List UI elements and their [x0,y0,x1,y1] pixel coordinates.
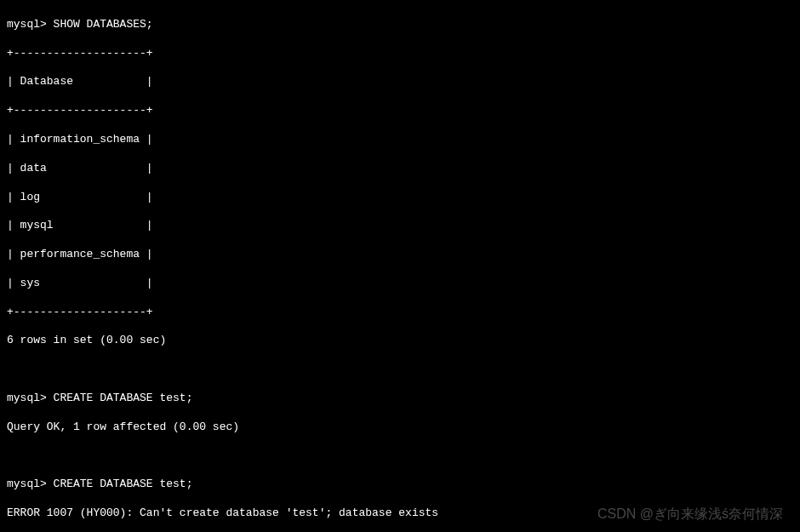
error-text: ERROR 1007 (HY000): Can't create databas… [7,506,793,521]
command-line: mysql> CREATE DATABASE test; [7,392,793,406]
prompt: mysql> [7,18,54,31]
response-text: Query OK, 1 row affected (0.00 sec) [7,420,793,435]
table-header: | Database | [7,75,793,89]
blank-line [7,449,793,464]
command-line: mysql> SHOW DATABASES; [7,18,793,32]
table-row: | information_schema | [7,133,793,147]
table-row: | mysql | [7,219,793,233]
table-border: +--------------------+ [7,104,793,118]
table-row: | performance_schema | [7,248,793,262]
blank-line [7,363,793,377]
command-text: CREATE DATABASE test; [54,478,193,490]
command-text: CREATE DATABASE test; [54,392,193,404]
result-footer: 6 rows in set (0.00 sec) [7,334,793,348]
table-row: | log | [7,191,793,205]
command-text: SHOW DATABASES; [54,18,153,31]
prompt: mysql> [7,392,54,404]
table-border: +--------------------+ [7,47,793,61]
table-row: | data | [7,162,793,176]
command-line: mysql> CREATE DATABASE test; [7,478,793,492]
terminal-output[interactable]: mysql> SHOW DATABASES; +----------------… [7,3,793,532]
table-row: | sys | [7,277,793,291]
table-border: +--------------------+ [7,306,793,320]
prompt: mysql> [7,478,54,490]
